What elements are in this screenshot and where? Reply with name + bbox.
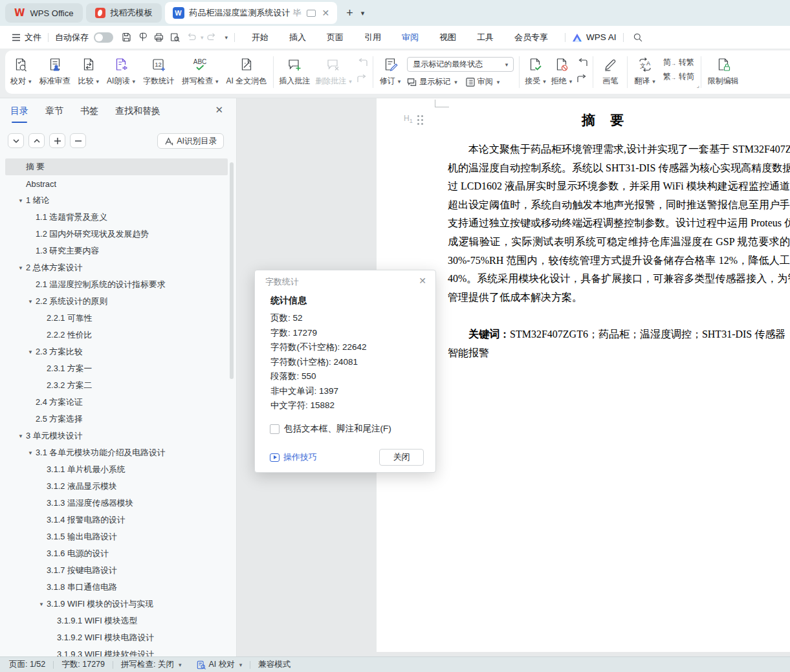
tab-list-chevron-icon[interactable]: ▾ [361, 9, 365, 17]
toc-item[interactable]: ▼ 摘 要 [5, 158, 228, 175]
print-button[interactable] [151, 32, 167, 43]
redo-button[interactable] [204, 32, 220, 42]
to-simplified-button[interactable]: 繁→ 转简 [663, 71, 694, 82]
next-change-button[interactable] [577, 74, 587, 85]
toc-item[interactable]: ▼ 3.1.8 串口通信电路 [5, 579, 228, 596]
toc-item[interactable]: ▼ 3.1.6 电源的设计 [5, 545, 228, 562]
toc-item[interactable]: ▼ 3 单元模块设计 [5, 428, 228, 444]
toc-item[interactable]: ▼ 2.2 系统设计的原则 [5, 293, 228, 310]
spell-check-status[interactable]: 拼写检查: 关闭▾ [121, 659, 181, 670]
standard-review-button[interactable]: 标准审查 [36, 50, 74, 94]
close-dialog-icon[interactable]: ✕ [419, 276, 426, 286]
toc-item[interactable]: ▼ 3.1 各单元模块功能介绍及电路设计 [5, 444, 228, 461]
toc-item[interactable]: ▼ 3.1.5 输出电路设计 [5, 528, 228, 545]
restrict-editing-button[interactable]: 限制编辑 [704, 50, 743, 94]
collapse-arrow-icon[interactable]: ▼ [25, 299, 36, 305]
translate-button[interactable]: 文A 翻译▾ [630, 50, 659, 94]
ai-polish-button[interactable]: AI 全文润色 [222, 50, 270, 94]
menu-工具[interactable]: 工具 [477, 32, 494, 43]
menu-页面[interactable]: 页面 [327, 32, 344, 43]
print-preview-button[interactable] [167, 32, 183, 43]
next-comment-button[interactable] [357, 74, 368, 85]
menu-引用[interactable]: 引用 [364, 32, 381, 43]
tab-template-store[interactable]: 找稻壳模板 [86, 3, 162, 23]
previous-change-button[interactable] [577, 58, 587, 69]
toc-item[interactable]: ▼ 2.2.2 性价比 [5, 327, 228, 343]
word-count-button[interactable]: 12 字数统计 [139, 50, 178, 94]
toc-item[interactable]: ▼ 1.2 国内外研究现状及发展趋势 [5, 226, 228, 243]
ai-read-button[interactable]: AI朗读▾ [103, 50, 139, 94]
menu-审阅[interactable]: 审阅 [402, 32, 419, 43]
undo-button[interactable] [183, 32, 199, 42]
toc-item[interactable]: ▼ Abstract [5, 175, 228, 192]
collapse-arrow-icon[interactable]: ▼ [25, 450, 36, 456]
toc-item[interactable]: ▼ 1 绪论 [5, 192, 228, 209]
tab-wps-office[interactable]: W WPS Office [5, 3, 83, 23]
quick-access-chevron-icon[interactable]: ▾ [225, 34, 228, 41]
toc-item[interactable]: ▼ 2 总体方案设计 [5, 259, 228, 276]
export-pdf-button[interactable] [135, 32, 151, 43]
collapse-all-button[interactable] [8, 133, 24, 148]
sidebar-scrollbar[interactable] [230, 162, 234, 379]
show-markup-button[interactable]: 显示标记▾ [407, 76, 457, 87]
toc-item[interactable]: ▼ 2.4 方案论证 [5, 394, 228, 411]
markup-state-dropdown[interactable]: 显示标记的最终状态 ▾ [407, 57, 514, 72]
tips-link[interactable]: 操作技巧 [270, 451, 317, 463]
proofread-button[interactable]: 校对▾ [6, 50, 36, 94]
sidebar-tab-查找和替换[interactable]: 查找和替换 [115, 105, 160, 117]
toc-item[interactable]: ▼ 1.3 研究主要内容 [5, 243, 228, 259]
expand-all-button[interactable] [28, 133, 45, 148]
insert-comment-button[interactable]: 插入批注 [276, 50, 313, 94]
zoom-out-toc-button[interactable] [70, 133, 86, 148]
toc-item[interactable]: ▼ 3.1.1 单片机最小系统 [5, 461, 228, 478]
drag-handle-icon[interactable] [417, 115, 423, 125]
compare-button[interactable]: 比较▾ [74, 50, 104, 94]
menu-会员专享[interactable]: 会员专享 [514, 32, 548, 43]
menu-开始[interactable]: 开始 [252, 32, 269, 43]
review-panel-button[interactable]: 审阅▾ [466, 76, 500, 87]
file-menu-button[interactable]: 文件 [12, 32, 41, 43]
tab-document[interactable]: W 药品柜温湿度监测系统设计 毕 ✕ [165, 2, 338, 24]
to-traditional-button[interactable]: 简→ 转繁 [663, 57, 694, 68]
toc-item[interactable]: ▼ 3.1.3 温湿度传感器模块 [5, 495, 228, 512]
toc-item[interactable]: ▼ 2.3.2 方案二 [5, 377, 228, 394]
sidebar-tab-书签[interactable]: 书签 [80, 105, 98, 117]
toc-item[interactable]: ▼ 2.5 方案选择 [5, 411, 228, 428]
toc-item[interactable]: ▼ 3.1.7 按键电路设计 [5, 562, 228, 579]
collapse-arrow-icon[interactable]: ▼ [16, 265, 26, 271]
toc-item[interactable]: ▼ 3.1.4 报警电路的设计 [5, 512, 228, 528]
accept-change-button[interactable]: 接受▾ [522, 50, 549, 94]
toc-item[interactable]: ▼ 2.2.1 可靠性 [5, 310, 228, 327]
sidebar-tab-章节[interactable]: 章节 [45, 105, 63, 117]
spell-check-button[interactable]: ABC 拼写检查▾ [178, 50, 223, 94]
group-expand-icon[interactable]: ⌟ [697, 82, 699, 89]
track-changes-button[interactable]: 修订▾ [376, 50, 405, 94]
toc-item[interactable]: ▼ 2.3.1 方案一 [5, 360, 228, 377]
toc-item[interactable]: ▼ 3.1.2 液晶显示模块 [5, 478, 228, 495]
ai-proofread-status[interactable]: AI 校对▾ [197, 659, 242, 670]
word-count-indicator[interactable]: 字数: 17279 [61, 659, 105, 670]
wps-ai-button[interactable]: WPS AI [572, 32, 617, 42]
collapse-arrow-icon[interactable]: ▼ [16, 198, 26, 204]
sidebar-tab-目录[interactable]: 目录 [10, 105, 28, 117]
menu-插入[interactable]: 插入 [289, 32, 306, 43]
toc-item[interactable]: ▼ 2.1 温湿度控制系统的设计指标要求 [5, 276, 228, 293]
zoom-in-toc-button[interactable] [49, 133, 65, 148]
reject-change-button[interactable]: 拒绝▾ [549, 50, 575, 94]
toc-item[interactable]: ▼ 3.1.9 WIFI 模块的设计与实现 [5, 596, 228, 612]
ink-pen-button[interactable]: 画笔 [596, 50, 624, 94]
document-page[interactable]: H1 摘 要 本论文聚焦于药品柜环境管理需求,设计并实现了一套基于 STM32F… [377, 98, 790, 652]
collapse-arrow-icon[interactable]: ▼ [36, 602, 47, 607]
toc-item[interactable]: ▼ 2.3 方案比较 [5, 343, 228, 360]
toc-item[interactable]: ▼ 3.1.9.2 WIFI 模块电路设计 [5, 629, 228, 646]
new-tab-button[interactable]: + [346, 6, 353, 20]
toc-item[interactable]: ▼ 3.1.9.1 WIFI 模块选型 [5, 612, 228, 629]
include-footnotes-checkbox[interactable] [270, 424, 280, 434]
ai-recognize-toc-button[interactable]: AI识别目录 [157, 133, 224, 149]
menu-视图[interactable]: 视图 [439, 32, 456, 43]
previous-comment-button[interactable] [357, 58, 368, 69]
delete-comment-button[interactable]: 删除批注▾ [313, 50, 355, 94]
collapse-arrow-icon[interactable]: ▼ [16, 433, 26, 439]
close-tab-icon[interactable]: ✕ [322, 8, 330, 18]
toc-item[interactable]: ▼ 1.1 选题背景及意义 [5, 209, 228, 226]
